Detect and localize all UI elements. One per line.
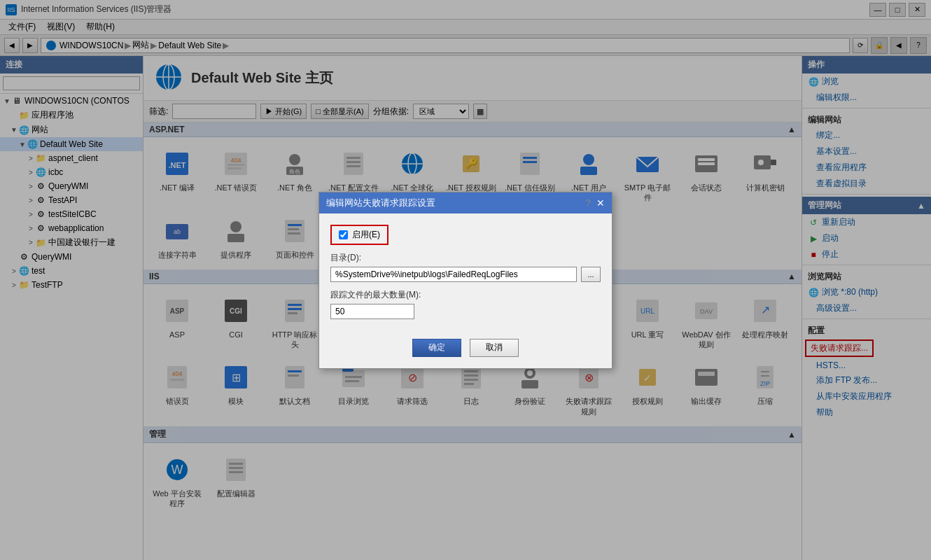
max-files-label: 跟踪文件的最大数量(M): (330, 289, 601, 301)
modal-close-button[interactable]: ✕ (596, 197, 605, 209)
dir-input[interactable] (330, 267, 577, 282)
modal-title-text: 编辑网站失败请求跟踪设置 (326, 197, 435, 209)
dir-browse-button[interactable]: ... (581, 267, 601, 282)
enable-checkbox-container: 启用(E) (330, 225, 388, 245)
max-files-input[interactable] (330, 304, 414, 319)
modal-cancel-button[interactable]: 取消 (470, 339, 519, 357)
modal-ok-button[interactable]: 确定 (412, 339, 461, 357)
modal-title-controls: ? ✕ (585, 197, 605, 209)
modal-title-bar: 编辑网站失败请求跟踪设置 ? ✕ (319, 192, 612, 214)
modal-overlay[interactable]: 编辑网站失败请求跟踪设置 ? ✕ 启用(E) 目录(D): ... 跟踪文件的最… (0, 0, 931, 560)
enable-label[interactable]: 启用(E) (352, 229, 380, 241)
modal-content: 启用(E) 目录(D): ... 跟踪文件的最大数量(M): (319, 214, 612, 330)
modal-dialog: 编辑网站失败请求跟踪设置 ? ✕ 启用(E) 目录(D): ... 跟踪文件的最… (318, 192, 612, 369)
enable-checkbox[interactable] (339, 230, 348, 239)
modal-footer: 确定 取消 (319, 330, 612, 368)
modal-help-icon[interactable]: ? (585, 197, 591, 209)
dir-field-label: 目录(D): (330, 252, 601, 264)
dir-input-row: ... (330, 267, 601, 282)
